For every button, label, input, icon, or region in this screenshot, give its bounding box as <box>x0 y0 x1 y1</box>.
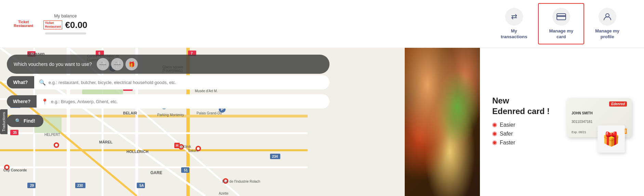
header-left: Ticket Restaurant My balance Ticket Rest… <box>14 13 88 34</box>
svg-text:51: 51 <box>184 168 188 172</box>
promo-text: New Edenred card ! Easier Safer Faster <box>492 95 550 149</box>
svg-text:230: 230 <box>77 184 83 187</box>
promo-dot-3 <box>492 140 497 145</box>
nav-card-label: Manage mycard <box>549 28 573 40</box>
svg-text:Rue de l'Industrie Rolach: Rue de l'Industrie Rolach <box>222 180 260 183</box>
promo-inner: New Edenred card ! Easier Safer Faster <box>492 91 632 153</box>
nav-profile-label: Manage myprofile <box>595 28 619 40</box>
transactions-icon: ⇄ <box>505 8 523 26</box>
promo-panel: New Edenred card ! Easier Safer Faster <box>480 48 644 196</box>
location-icon: 📍 <box>41 98 48 105</box>
card-number: 30110347181 <box>572 120 627 124</box>
where-input-wrap: 📍 <box>37 94 330 109</box>
promo-feature-label-1: Easier <box>500 122 515 128</box>
balance-logo-line1: Ticket <box>45 21 61 25</box>
nav-manage-profile[interactable]: Manage myprofile <box>584 3 630 45</box>
card-expiry: Exp. 08/21 <box>572 130 586 134</box>
where-search-row: Where? 📍 <box>7 94 330 109</box>
nav-manage-card[interactable]: Manage mycard <box>538 3 584 45</box>
svg-text:234: 234 <box>272 155 278 158</box>
card-logo-text: Edenred <box>611 102 625 106</box>
header: Ticket Restaurant My balance Ticket Rest… <box>0 0 644 48</box>
voucher-icons: 🍴 🍴 🎁 <box>97 58 138 70</box>
promo-title-line1: New <box>492 96 509 105</box>
svg-text:MÄREL: MÄREL <box>99 140 112 144</box>
balance-section: My balance Ticket Restaurant €0.00 <box>43 13 87 34</box>
svg-text:HOLLERICH: HOLLERICH <box>126 150 148 154</box>
translations-label: Traductions <box>2 112 6 131</box>
card-icon <box>552 8 570 26</box>
logo-line1: Ticket <box>18 20 29 24</box>
what-input-wrap: 🔍 <box>34 75 330 89</box>
nav-actions: ⇄ Mytransactions Manage mycard Manage my… <box>490 3 630 45</box>
svg-text:29: 29 <box>30 184 34 187</box>
find-label: Find! <box>24 118 35 124</box>
promo-feature-2: Safer <box>492 131 550 137</box>
balance-label: My balance <box>54 13 77 18</box>
voucher-bar: Which vouchers do you want to use? 🍴 🍴 🎁 <box>7 55 330 74</box>
svg-point-59 <box>55 144 58 146</box>
where-label-button[interactable]: Where? <box>7 95 37 108</box>
voucher-text: Which vouchers do you want to use? <box>14 61 92 67</box>
translations-button[interactable]: Traductions <box>0 109 8 134</box>
balance-row: Ticket Restaurant €0.00 <box>43 20 87 30</box>
find-button[interactable]: 🔍 Find! <box>7 115 43 127</box>
svg-text:HELPERT: HELPERT <box>44 133 60 137</box>
promo-feature-1: Easier <box>492 122 550 128</box>
search-area: What? 🔍 Where? 📍 🔍 Find! <box>7 75 330 127</box>
what-label-button[interactable]: What? <box>7 76 34 88</box>
svg-text:City Concorde: City Concorde <box>3 168 27 172</box>
where-input[interactable] <box>51 99 325 104</box>
card-name: JOHN SMITH <box>572 111 627 115</box>
svg-text:GARE: GARE <box>150 170 162 175</box>
nav-my-transactions[interactable]: ⇄ Mytransactions <box>490 3 538 45</box>
svg-text:H: H <box>176 143 178 148</box>
map-container: 32 6 7 52 218 180 35 230 5A 29 51 29 159 <box>0 48 644 196</box>
svg-text:35: 35 <box>13 131 17 135</box>
promo-feature-3: Faster <box>492 140 550 146</box>
search-icon-what: 🔍 <box>39 79 46 86</box>
promo-card-image: Edenred JOHN SMITH 30110347181 Exp. 08/2… <box>556 91 632 153</box>
food-image-area <box>405 48 480 196</box>
voucher-icon-fork[interactable]: 🍴 <box>97 58 109 70</box>
balance-bar <box>45 32 86 34</box>
profile-icon <box>599 8 616 26</box>
promo-title-line2: Edenred card ! <box>492 107 550 116</box>
svg-rect-1 <box>557 15 566 17</box>
logo[interactable]: Ticket Restaurant <box>14 20 33 28</box>
voucher-icon-gift[interactable]: 🎁 <box>125 58 138 70</box>
svg-text:Azette: Azette <box>219 192 229 195</box>
svg-text:5A: 5A <box>139 184 144 187</box>
card-logo-area: Edenred <box>572 101 627 107</box>
logo-line2: Restaurant <box>14 24 33 28</box>
balance-amount: €0.00 <box>65 20 87 30</box>
nav-transactions-label: Mytransactions <box>501 28 527 40</box>
promo-title: New Edenred card ! <box>492 95 550 116</box>
gift-box: 🎁 <box>598 125 625 153</box>
svg-text:Saturn: Saturn <box>188 149 198 153</box>
voucher-icon-slash[interactable]: 🍴 <box>111 58 123 70</box>
promo-dot-1 <box>492 123 497 127</box>
promo-feature-label-2: Safer <box>500 131 513 137</box>
find-row: 🔍 Find! <box>7 115 330 127</box>
balance-logo: Ticket Restaurant <box>43 20 62 29</box>
what-search-row: What? 🔍 <box>7 75 330 89</box>
card-logo-badge: Edenred <box>609 101 627 107</box>
search-icon-find: 🔍 <box>15 118 21 124</box>
food-overlay <box>405 48 480 196</box>
promo-dot-2 <box>492 131 497 136</box>
what-input[interactable] <box>49 80 325 85</box>
balance-logo-line2: Restaurant <box>45 25 61 29</box>
promo-feature-label-3: Faster <box>500 140 515 146</box>
